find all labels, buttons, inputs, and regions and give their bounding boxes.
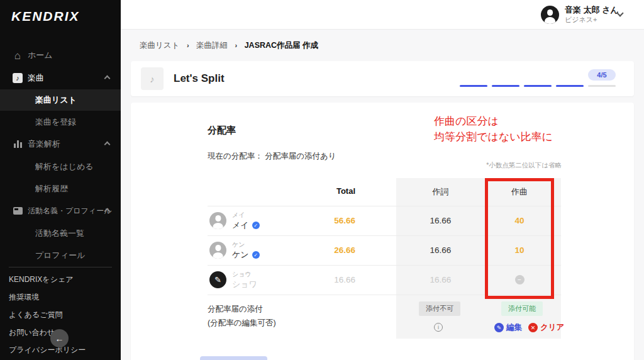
progress-segment-done — [556, 85, 584, 87]
edit-pencil-icon: ✎ — [494, 323, 504, 332]
pencil-icon: ✎ — [209, 271, 226, 288]
sidebar-item-music-analysis[interactable]: 音楽解析 — [0, 133, 121, 155]
chevron-up-icon — [104, 76, 111, 82]
total-value: 16.66 — [277, 275, 355, 284]
verified-icon: ✓ — [252, 251, 260, 259]
music-note-icon: ♪ — [13, 73, 23, 83]
avatar — [209, 212, 226, 229]
current-rate-label: 現在の分配率： — [208, 152, 263, 160]
lyrics-value: 16.66 — [396, 245, 485, 255]
avatar: ✎ — [209, 271, 226, 288]
attach-disabled-badge: 添付不可 — [419, 301, 460, 316]
avatar — [541, 6, 559, 24]
breadcrumb: 楽曲リスト › 楽曲詳細 › JASRAC作品届 作成 — [140, 40, 318, 51]
sidebar-item-start-analysis[interactable]: 解析をはじめる — [0, 155, 121, 177]
home-icon: ⌂ — [13, 50, 23, 60]
sidebar-item-faq[interactable]: よくあるご質問 — [0, 306, 121, 323]
creator-alias: ケン — [232, 240, 245, 249]
sidebar-item-analysis-history[interactable]: 解析履歴 — [0, 177, 121, 200]
partial-bottom-button[interactable] — [200, 356, 267, 360]
lyrics-value: 16.66 — [396, 216, 485, 225]
id-card-icon — [13, 206, 23, 216]
column-header-lyrics: 作詞 — [396, 186, 485, 198]
sidebar: KENDRIX ⌂ ホーム ♪ 楽曲 楽曲リスト 楽曲を登録 音楽解析 — [0, 0, 121, 360]
collapse-sidebar-button[interactable]: ← — [50, 329, 69, 347]
progress-segment-done — [492, 85, 519, 87]
progress-segment-done — [524, 85, 552, 87]
user-menu[interactable] — [541, 6, 559, 24]
clear-button[interactable]: ✕ クリア — [528, 322, 564, 333]
breadcrumb-separator: › — [235, 42, 238, 49]
sidebar-item-song-list[interactable]: 楽曲リスト — [0, 89, 121, 111]
creator-name: ケン ✓ — [232, 249, 260, 261]
page: KENDRIX ⌂ ホーム ♪ 楽曲 楽曲リスト 楽曲を登録 音楽解析 — [0, 0, 644, 360]
lyrics-value: 16.66 — [396, 275, 485, 284]
red-highlight-box — [485, 178, 554, 299]
sidebar-item-alias-list[interactable]: 活動名義一覧 — [0, 222, 121, 244]
total-value: 56.66 — [277, 216, 355, 225]
breadcrumb-separator: › — [187, 42, 189, 49]
sidebar-item-home[interactable]: ⌂ ホーム — [0, 44, 121, 67]
user-plan-badge: ビジネス+ — [565, 15, 597, 25]
edit-button[interactable]: ✎ 編集 — [494, 322, 522, 333]
music-note-icon: ♪ — [150, 74, 155, 84]
avatar — [209, 242, 226, 259]
section-title: 分配率 — [208, 125, 236, 137]
sidebar-item-profile[interactable]: プロフィール — [0, 244, 121, 266]
sidebar-item-share[interactable]: KENDRIXをシェア — [0, 271, 121, 288]
breadcrumb-current: JASRAC作品届 作成 — [245, 41, 318, 50]
verified-icon: ✓ — [252, 222, 260, 229]
sidebar-item-register-song[interactable]: 楽曲を登録 — [0, 111, 121, 133]
attachment-label: 分配率届の添付 — [208, 304, 263, 315]
info-icon[interactable]: i — [434, 323, 443, 332]
bar-chart-icon — [13, 139, 23, 149]
breadcrumb-song-list[interactable]: 楽曲リスト — [140, 41, 179, 50]
sidebar-item-profile-section[interactable]: 活動名義・プロフィール — [0, 200, 121, 222]
creator-alias: ショウ — [232, 270, 252, 279]
red-annotation-text: 作曲の区分は 均等分割ではない比率に — [434, 113, 553, 145]
progress-step-badge: 4/5 — [588, 69, 616, 81]
attachment-sublabel: (分配率の編集可否) — [208, 318, 276, 329]
progress-segment-todo — [588, 85, 616, 87]
back-arrow-icon: ← — [55, 334, 64, 344]
sidebar-item-songs[interactable]: ♪ 楽曲 — [0, 67, 121, 89]
decimal-note: *小数点第二位以下は省略 — [436, 161, 562, 170]
column-header-total: Total — [277, 186, 355, 196]
sidebar-nav: ⌂ ホーム ♪ 楽曲 楽曲リスト 楽曲を登録 音楽解析 解析をはじめる — [0, 44, 121, 266]
top-bar: 音楽 太郎 さん ビジネス+ — [121, 0, 644, 30]
breadcrumb-song-detail[interactable]: 楽曲詳細 — [196, 41, 228, 50]
total-value: 26.66 — [277, 245, 355, 255]
clear-x-icon: ✕ — [528, 323, 538, 332]
song-title: Let's Split — [174, 72, 225, 85]
sidebar-item-recommended-env[interactable]: 推奨環境 — [0, 288, 121, 306]
attach-enabled-badge: 添付可能 — [501, 301, 543, 316]
chevron-up-icon — [104, 142, 111, 148]
kendrix-logo: KENDRIX — [11, 9, 80, 24]
creator-name: ショワ — [232, 279, 257, 290]
song-artwork: ♪ — [141, 67, 164, 90]
current-rate: 現在の分配率： 分配率届の添付あり — [208, 151, 336, 162]
creator-name: メイ ✓ — [232, 220, 260, 231]
current-rate-value: 分配率届の添付あり — [265, 152, 336, 160]
creator-alias: メイ — [232, 211, 245, 220]
progress-segment-done — [460, 85, 487, 87]
user-name: 音楽 太郎 さん — [565, 4, 619, 16]
sidebar-divider — [9, 267, 112, 267]
